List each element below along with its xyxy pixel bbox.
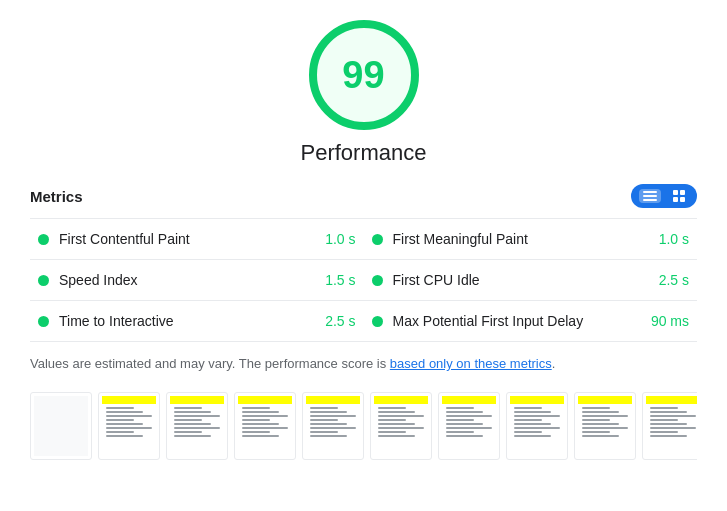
filmstrip-frame[interactable] (30, 392, 92, 460)
metric-row: First Contentful Paint1.0 s (30, 219, 364, 260)
filmstrip-frame[interactable] (98, 392, 160, 460)
metric-value: 90 ms (651, 313, 689, 329)
metric-name: First CPU Idle (393, 272, 651, 288)
footer-text-before: Values are estimated and may vary. The p… (30, 356, 390, 371)
score-label: Performance (301, 140, 427, 166)
metric-value: 2.5 s (659, 272, 689, 288)
metric-value: 1.0 s (659, 231, 689, 247)
metric-dot (372, 316, 383, 327)
metric-row: Time to Interactive2.5 s (30, 301, 364, 342)
metrics-title: Metrics (30, 188, 83, 205)
filmstrip-frame[interactable] (506, 392, 568, 460)
filmstrip-frame[interactable] (166, 392, 228, 460)
metric-row: Max Potential First Input Delay90 ms (364, 301, 698, 342)
score-section: 99 Performance (30, 20, 697, 166)
metric-value: 1.0 s (325, 231, 355, 247)
metric-name: First Contentful Paint (59, 231, 317, 247)
metric-row: Speed Index1.5 s (30, 260, 364, 301)
filmstrip (30, 388, 697, 464)
filmstrip-frame[interactable] (642, 392, 697, 460)
footer-note: Values are estimated and may vary. The p… (30, 354, 697, 374)
list-view-icon (643, 191, 657, 201)
footer-link[interactable]: based only on these metrics (390, 356, 552, 371)
filmstrip-frame[interactable] (302, 392, 364, 460)
metric-value: 2.5 s (325, 313, 355, 329)
metric-name: First Meaningful Paint (393, 231, 651, 247)
metric-name: Speed Index (59, 272, 317, 288)
metric-name: Time to Interactive (59, 313, 317, 329)
footer-text-after: . (552, 356, 556, 371)
filmstrip-frame[interactable] (574, 392, 636, 460)
metric-dot (372, 275, 383, 286)
score-circle: 99 (309, 20, 419, 130)
filmstrip-frame[interactable] (234, 392, 296, 460)
grid-view-icon (673, 190, 685, 202)
list-view-button[interactable] (639, 189, 661, 203)
score-value: 99 (342, 54, 384, 97)
metric-name: Max Potential First Input Delay (393, 313, 643, 329)
view-toggle (631, 184, 697, 208)
metric-dot (372, 234, 383, 245)
filmstrip-frame[interactable] (438, 392, 500, 460)
metric-dot (38, 275, 49, 286)
metrics-header: Metrics (30, 184, 697, 208)
metrics-grid: First Contentful Paint1.0 sFirst Meaning… (30, 218, 697, 342)
metric-dot (38, 234, 49, 245)
metric-row: First Meaningful Paint1.0 s (364, 219, 698, 260)
metric-dot (38, 316, 49, 327)
filmstrip-frame[interactable] (370, 392, 432, 460)
grid-view-button[interactable] (669, 188, 689, 204)
metric-row: First CPU Idle2.5 s (364, 260, 698, 301)
metric-value: 1.5 s (325, 272, 355, 288)
